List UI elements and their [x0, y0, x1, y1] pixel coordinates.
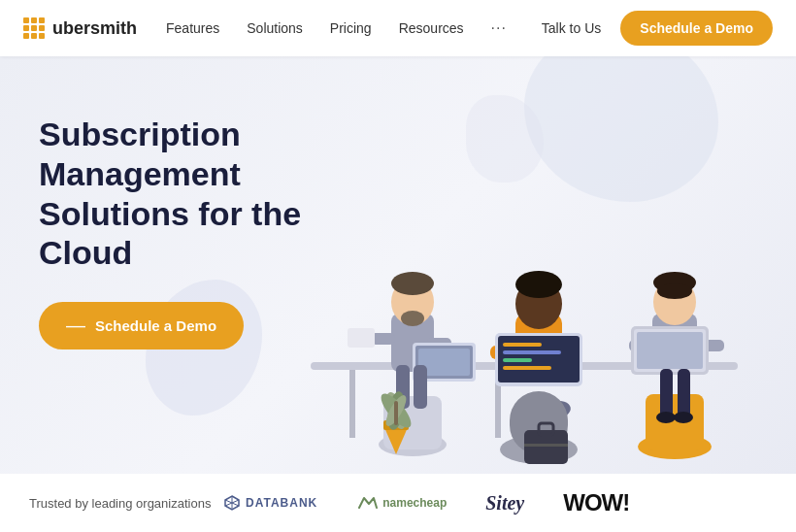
nav-solutions[interactable]: Solutions: [247, 20, 303, 36]
logo[interactable]: ubersmith: [23, 17, 137, 39]
svg-rect-47: [678, 369, 690, 417]
svg-point-48: [656, 412, 676, 423]
svg-rect-17: [414, 365, 427, 409]
svg-rect-28: [503, 343, 542, 347]
hero-section: Subscription Management Solutions for th…: [0, 56, 796, 474]
svg-point-40: [657, 283, 692, 299]
databank-icon: [223, 494, 241, 512]
btn-demo-hero-label: Schedule a Demo: [95, 317, 216, 334]
nav-links: Features Solutions Pricing Resources ···: [166, 19, 542, 37]
hero-content: Subscription Management Solutions for th…: [39, 105, 330, 349]
svg-rect-11: [348, 328, 375, 348]
talk-to-us-link[interactable]: Talk to Us: [542, 20, 601, 36]
namecheap-label: namecheap: [382, 496, 447, 510]
nav-features[interactable]: Features: [166, 20, 219, 36]
svg-rect-45: [637, 332, 703, 369]
svg-point-49: [674, 412, 693, 423]
svg-point-23: [515, 271, 562, 298]
nav-more-button[interactable]: ···: [491, 19, 507, 37]
wow-label: WOW!: [563, 489, 629, 516]
trust-logo-wow: WOW!: [563, 489, 629, 516]
hero-title: Subscription Management Solutions for th…: [39, 115, 330, 273]
trust-logo-databank: DATABANK: [223, 494, 317, 512]
svg-rect-29: [503, 350, 561, 354]
svg-rect-36: [646, 394, 704, 450]
databank-label: DATABANK: [246, 496, 317, 510]
svg-rect-46: [660, 369, 673, 417]
svg-rect-30: [503, 358, 532, 362]
navbar: ubersmith Features Solutions Pricing Res…: [0, 0, 796, 56]
nav-right: Talk to Us Schedule a Demo: [542, 11, 773, 46]
trust-logos: DATABANK namecheap Sitey WOW!: [223, 489, 767, 516]
schedule-demo-hero-button[interactable]: — Schedule a Demo: [39, 302, 244, 349]
svg-rect-1: [349, 370, 355, 438]
svg-rect-34: [524, 444, 568, 447]
trust-logo-namecheap: namecheap: [356, 494, 447, 512]
schedule-demo-nav-button[interactable]: Schedule a Demo: [620, 11, 773, 46]
svg-rect-31: [503, 366, 551, 370]
namecheap-icon: [356, 494, 378, 512]
trust-logo-sitey: Sitey: [485, 492, 524, 515]
btn-arrow-icon: —: [66, 315, 85, 337]
nav-resources[interactable]: Resources: [399, 20, 464, 36]
svg-point-9: [401, 311, 424, 326]
trust-label: Trusted by leading organizations: [29, 496, 223, 511]
nav-pricing[interactable]: Pricing: [330, 20, 372, 36]
svg-point-8: [391, 272, 434, 295]
logo-text: ubersmith: [52, 18, 137, 39]
trust-bar: Trusted by leading organizations DATABAN…: [0, 474, 796, 532]
logo-icon: [23, 17, 45, 39]
sitey-label: Sitey: [485, 492, 524, 515]
svg-rect-55: [394, 401, 398, 425]
